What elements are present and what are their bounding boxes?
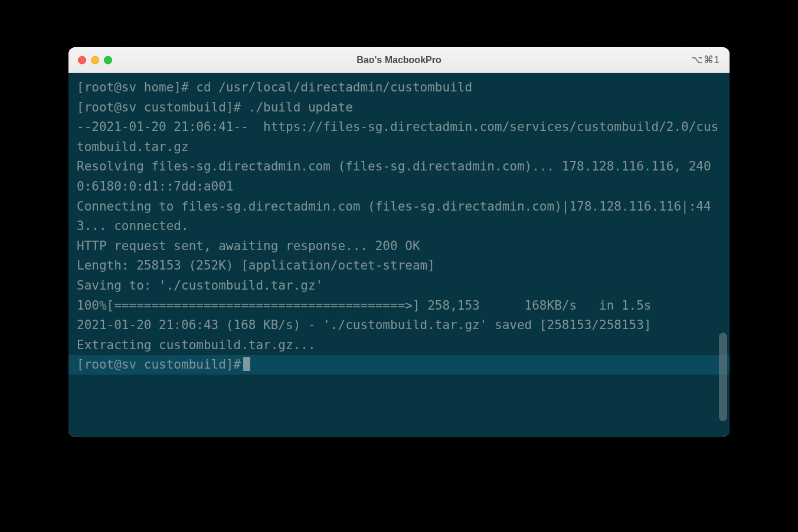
terminal-output: [root@sv home]# cd /usr/local/directadmi… [68, 78, 730, 355]
terminal-line: [root@sv home]# cd /usr/local/directadmi… [77, 78, 721, 98]
minimize-button[interactable] [91, 56, 99, 64]
scrollbar-thumb[interactable] [719, 333, 727, 421]
terminal-line: Length: 258153 (252K) [application/octet… [77, 256, 721, 276]
titlebar[interactable]: Bao's MacbookPro ⌥⌘1 [68, 47, 730, 73]
terminal-line: Resolving files-sg.directadmin.com (file… [77, 157, 721, 196]
keyboard-shortcut-hint: ⌥⌘1 [691, 54, 720, 66]
cursor [243, 357, 250, 371]
terminal-body[interactable]: [root@sv home]# cd /usr/local/directadmi… [68, 73, 730, 437]
terminal-line: 100%[===================================… [77, 296, 721, 316]
traffic-lights [78, 56, 112, 64]
window-title: Bao's MacbookPro [357, 55, 441, 65]
terminal-window: Bao's MacbookPro ⌥⌘1 [root@sv home]# cd … [68, 47, 730, 437]
terminal-line: Extracting custombuild.tar.gz... [77, 336, 721, 356]
maximize-button[interactable] [104, 56, 112, 64]
terminal-line: Connecting to files-sg.directadmin.com (… [77, 197, 721, 237]
terminal-line: HTTP request sent, awaiting response... … [77, 237, 721, 257]
terminal-line: Saving to: './custombuild.tar.gz' [77, 276, 721, 296]
terminal-line: [root@sv custombuild]# ./build update [77, 98, 721, 118]
terminal-line: --2021-01-20 21:06:41-- https://files-sg… [77, 117, 721, 157]
terminal-prompt: [root@sv custombuild]# [77, 355, 241, 375]
close-button[interactable] [78, 56, 86, 64]
terminal-line: 2021-01-20 21:06:43 (168 KB/s) - './cust… [77, 316, 721, 336]
terminal-prompt-row[interactable]: [root@sv custombuild]# [68, 355, 730, 375]
